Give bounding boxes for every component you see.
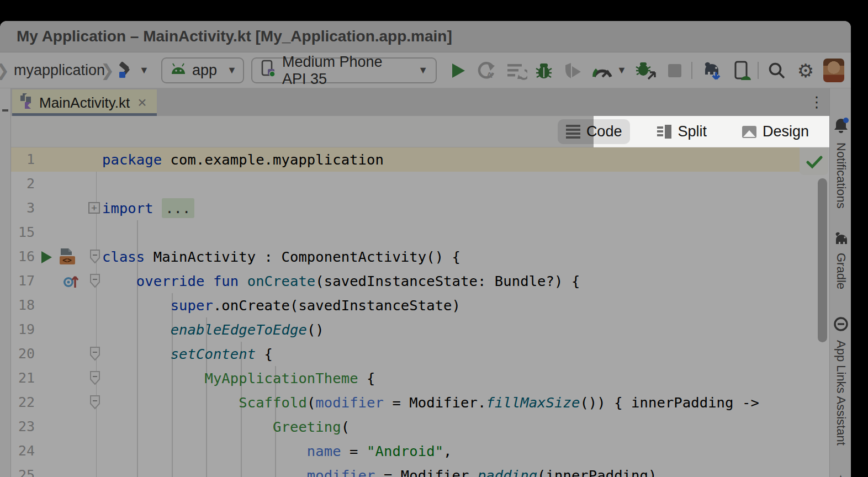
code-line[interactable]: 24 name = "Android", [11,439,829,463]
fold-expand-icon[interactable]: + [88,202,100,214]
line-number[interactable]: 1 [11,147,35,172]
line-number[interactable]: 19 [11,317,35,342]
chevron-down-icon[interactable]: ▼ [615,52,628,88]
settings-gear-icon[interactable]: ⚙ [794,52,817,88]
chevron-down-icon: ▼ [139,65,149,76]
code-view-icon [566,123,580,140]
split-view-icon [657,125,671,139]
left-tool-stripe[interactable] [0,88,11,477]
code-text: package com.example.myapplication [102,147,384,172]
editor-tab-bar: MainActivity.kt × ⋮ [0,88,851,116]
code-editor[interactable]: 1package com.example.myapplication23+imp… [11,147,829,477]
avatar[interactable] [823,59,844,82]
collapsed-stripe-icon [2,109,8,112]
device-manager-icon[interactable] [730,52,754,88]
line-number[interactable]: 17 [11,269,35,293]
editor-scrollbar[interactable] [818,178,827,342]
chevron-down-icon: ▼ [227,65,237,76]
tab-mainactivity[interactable]: MainActivity.kt × [12,89,157,116]
code-text: setContent { [102,342,273,366]
line-number[interactable]: 15 [11,220,35,245]
code-line[interactable]: 22 Scaffold(modifier = Modifier.fillMaxS… [11,390,829,415]
profiler-shield-icon[interactable] [561,52,585,88]
sidebar-item-label: App Links Assistant [834,340,848,446]
tab-label: MainActivity.kt [39,94,130,112]
code-line[interactable]: 19 enableEdgeToEdge() [11,317,829,342]
profiler-gauge-icon[interactable] [590,52,615,88]
line-number[interactable]: 3 [11,196,35,220]
window-title-bar[interactable]: My Application – MainActivity.kt [My_App… [0,21,851,52]
sidebar-item-notifications[interactable]: Notifications [830,117,851,209]
run-configuration-select[interactable]: app ▼ [161,57,244,83]
android-studio-window: My Application – MainActivity.kt [My_App… [0,21,851,477]
code-line[interactable]: 1package com.example.myapplication [11,147,803,172]
device-phone-icon [260,59,277,82]
code-line[interactable]: 16<>class MainActivity : ComponentActivi… [11,245,829,269]
split-view-label: Split [678,123,707,140]
app-links-icon [833,316,849,335]
tab-split-view[interactable]: Split [649,119,715,144]
gradle-sync-icon[interactable] [698,52,726,88]
notifications-bell-icon [833,117,849,137]
tab-design-view[interactable]: Design [734,119,817,144]
sidebar-item-label: Notifications [834,142,848,209]
code-line[interactable]: 20 setContent { [11,342,829,366]
tab-code-view[interactable]: Code [558,119,631,144]
gradle-elephant-icon [832,231,850,247]
line-number[interactable]: 18 [11,293,35,317]
code-line[interactable]: 21 MyApplicationTheme { [11,366,829,390]
line-number[interactable]: 22 [11,390,35,415]
main-toolbar: ❯ myapplication ❯ ▼ [0,52,851,88]
android-robot-icon [170,62,187,79]
gemini-sparkle-icon[interactable]: ✦ [830,471,851,477]
code-text: import ... [102,196,194,220]
apply-code-changes-icon[interactable] [505,52,529,88]
attach-debugger-icon[interactable] [633,52,659,88]
code-line[interactable]: 15 [11,220,829,245]
code-text: super.onCreate(savedInstanceState) [102,293,461,317]
code-line[interactable]: 3+import ... [11,196,829,220]
chevron-down-icon: ▼ [418,65,428,76]
apply-changes-icon[interactable]: A [475,52,499,88]
inspection-widget[interactable] [800,147,828,175]
line-number[interactable]: 21 [11,366,35,390]
run-configuration-value: app [192,62,217,79]
line-number[interactable]: 24 [11,439,35,463]
sidebar-item-app-links-assistant[interactable]: App Links Assistant [830,316,851,446]
design-view-icon [742,126,756,138]
window-title: My Application – MainActivity.kt [My_App… [17,28,452,45]
sidebar-item-gradle[interactable]: Gradle [830,231,851,289]
sidebar-item-label: Gradle [834,253,848,289]
toolbar-divider [691,62,692,79]
close-icon[interactable]: × [137,94,146,112]
stop-icon[interactable] [665,52,685,88]
code-text: Scaffold(modifier = Modifier.fillMaxSize… [102,390,759,415]
code-text: enableEdgeToEdge() [102,317,324,342]
code-line[interactable]: 23 Greeting( [11,415,829,439]
line-number[interactable]: 23 [11,415,35,439]
breadcrumb-separator-icon: ❯ [100,52,114,88]
run-icon[interactable] [448,52,468,88]
code-line[interactable]: 25 modifier = Modifier.padding(innerPadd… [11,463,829,477]
line-number[interactable]: 2 [11,172,35,196]
more-options-icon[interactable]: ⋮ [807,88,826,116]
code-text: MyApplicationTheme { [102,366,375,390]
code-line[interactable]: 17 override fun onCreate(savedInstanceSt… [11,269,829,293]
code-text: modifier = Modifier.padding(innerPadding… [102,463,657,477]
device-select[interactable]: Medium Phone API 35 ▼ [251,57,437,83]
right-tool-stripe: Notifications Gradle [829,88,851,477]
debug-icon[interactable] [532,52,556,88]
device-select-value: Medium Phone API 35 [282,54,408,88]
breadcrumb[interactable]: myapplication [14,52,105,88]
line-number[interactable]: 25 [11,463,35,477]
code-text: override fun onCreate(savedInstanceState… [102,269,580,293]
code-line[interactable]: 2 [11,172,829,196]
code-text: name = "Android", [102,439,452,463]
build-hammer-icon[interactable]: ▼ [115,52,149,88]
breadcrumb-chevron-icon: ❯ [0,52,9,88]
line-number[interactable]: 20 [11,342,35,366]
code-text: Greeting( [102,415,350,439]
line-number[interactable]: 16 [11,245,35,269]
code-line[interactable]: 18 super.onCreate(savedInstanceState) [11,293,829,317]
search-icon[interactable] [765,52,788,88]
